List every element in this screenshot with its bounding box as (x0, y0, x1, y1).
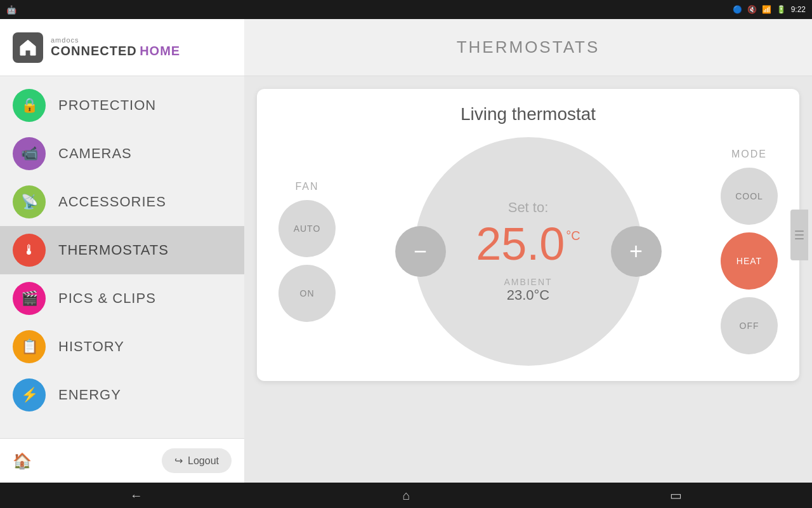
increase-temp-button[interactable]: + (611, 226, 662, 277)
logo-amdocs: amdocs (51, 36, 180, 44)
scroll-line-3 (795, 238, 804, 239)
status-bar-right: 🔵 🔇 📶 🔋 9:22 (733, 5, 806, 14)
history-label: HISTORY (58, 338, 124, 355)
thermostat-card: Living thermostat FAN AUTO ON − Set to: (257, 89, 799, 381)
thermostats-icon: 🌡 (13, 234, 46, 267)
volume-icon: 🔇 (747, 5, 757, 14)
decrease-temp-button[interactable]: − (395, 226, 446, 277)
scroll-indicator (790, 210, 808, 260)
accessories-label: ACCESSORIES (58, 194, 166, 210)
status-bar: 🤖 🔵 🔇 📶 🔋 9:22 (0, 0, 812, 19)
logout-button[interactable]: ↪ Logout (162, 448, 232, 473)
thermostat-controls: FAN AUTO ON − Set to: 25.0 °C (272, 137, 784, 366)
logo-home: HOME (140, 44, 180, 58)
sidebar-item-accessories[interactable]: 📡 ACCESSORIES (0, 178, 244, 226)
logout-label: Logout (188, 455, 219, 467)
set-to-label: Set to: (508, 199, 549, 216)
mode-cool-button[interactable]: COOL (721, 168, 778, 225)
sidebar: amdocs CONNECTED HOME 🔒 PROTECTION 📹 CAM… (0, 19, 244, 483)
ambient-area: AMBIENT 23.0°C (504, 277, 552, 304)
cameras-label: CAMERAS (58, 145, 132, 162)
bluetooth-icon: 🔵 (733, 5, 742, 14)
content-area: Living thermostat FAN AUTO ON − Set to: (244, 76, 812, 483)
android-icon: 🤖 (6, 5, 16, 15)
temperature-value: 25.0 (476, 221, 565, 267)
wifi-icon: 📶 (762, 5, 771, 14)
sidebar-item-pics-clips[interactable]: 🎬 PICS & CLIPS (0, 274, 244, 323)
thermostat-name: Living thermostat (272, 104, 784, 124)
page-header: THERMOSTATS (244, 19, 812, 76)
sidebar-header: amdocs CONNECTED HOME (0, 19, 244, 76)
temperature-unit: °C (566, 229, 580, 243)
mode-label: MODE (731, 149, 767, 160)
fan-column: FAN AUTO ON (272, 181, 342, 322)
fan-label: FAN (295, 181, 318, 192)
home-button[interactable]: ⌂ (402, 488, 410, 503)
ambient-label: AMBIENT (504, 277, 552, 287)
sidebar-item-protection[interactable]: 🔒 PROTECTION (0, 81, 244, 130)
energy-label: ENERGY (58, 387, 121, 403)
logout-icon: ↪ (174, 455, 183, 467)
dial-area: − Set to: 25.0 °C AMBIENT 23.0°C (414, 137, 643, 366)
status-bar-left: 🤖 (6, 5, 16, 15)
mode-off-button[interactable]: OFF (721, 297, 778, 354)
nav-items: 🔒 PROTECTION 📹 CAMERAS 📡 ACCESSORIES 🌡 T… (0, 76, 244, 438)
ambient-temp-unit: °C (534, 287, 550, 303)
sidebar-item-energy[interactable]: ⚡ ENERGY (0, 371, 244, 419)
logo-text: amdocs CONNECTED HOME (51, 36, 180, 58)
page-title: THERMOSTATS (457, 37, 600, 57)
main-content: THERMOSTATS Living thermostat FAN AUTO O… (244, 19, 812, 483)
cameras-icon: 📹 (13, 137, 46, 170)
fan-auto-button[interactable]: AUTO (278, 200, 336, 257)
bottom-nav: ← ⌂ ▭ (0, 483, 812, 508)
sidebar-footer: 🏠 ↪ Logout (0, 438, 244, 483)
protection-icon: 🔒 (13, 89, 46, 122)
pics-clips-icon: 🎬 (13, 282, 46, 315)
accessories-icon: 📡 (13, 185, 46, 218)
history-icon: 📋 (13, 330, 46, 363)
fan-on-button[interactable]: ON (278, 265, 336, 322)
scroll-line-2 (795, 234, 804, 236)
scroll-line-1 (795, 231, 804, 232)
mode-heat-button[interactable]: HEAT (721, 232, 778, 290)
temperature-display: 25.0 °C (476, 221, 580, 267)
ambient-temp: 23.0°C (504, 287, 552, 304)
main-container: amdocs CONNECTED HOME 🔒 PROTECTION 📹 CAM… (0, 19, 812, 483)
sidebar-item-history[interactable]: 📋 HISTORY (0, 323, 244, 371)
dial-circle: − Set to: 25.0 °C AMBIENT 23.0°C (414, 137, 643, 366)
protection-label: PROTECTION (58, 97, 156, 114)
sidebar-item-cameras[interactable]: 📹 CAMERAS (0, 130, 244, 178)
logo-icon (13, 32, 43, 63)
battery-icon: 🔋 (776, 5, 786, 14)
pics-clips-label: PICS & CLIPS (58, 290, 156, 307)
clock: 9:22 (791, 5, 806, 14)
mode-column: MODE COOL HEAT OFF (714, 149, 784, 354)
sidebar-item-thermostats[interactable]: 🌡 THERMOSTATS (0, 226, 244, 274)
logo-connected: CONNECTED (51, 44, 137, 58)
thermostats-label: THERMOSTATS (58, 242, 169, 258)
home-footer-icon[interactable]: 🏠 (13, 452, 32, 470)
energy-icon: ⚡ (13, 378, 46, 411)
recent-button[interactable]: ▭ (670, 488, 682, 503)
ambient-temp-value: 23.0 (507, 287, 534, 303)
back-button[interactable]: ← (130, 488, 143, 503)
